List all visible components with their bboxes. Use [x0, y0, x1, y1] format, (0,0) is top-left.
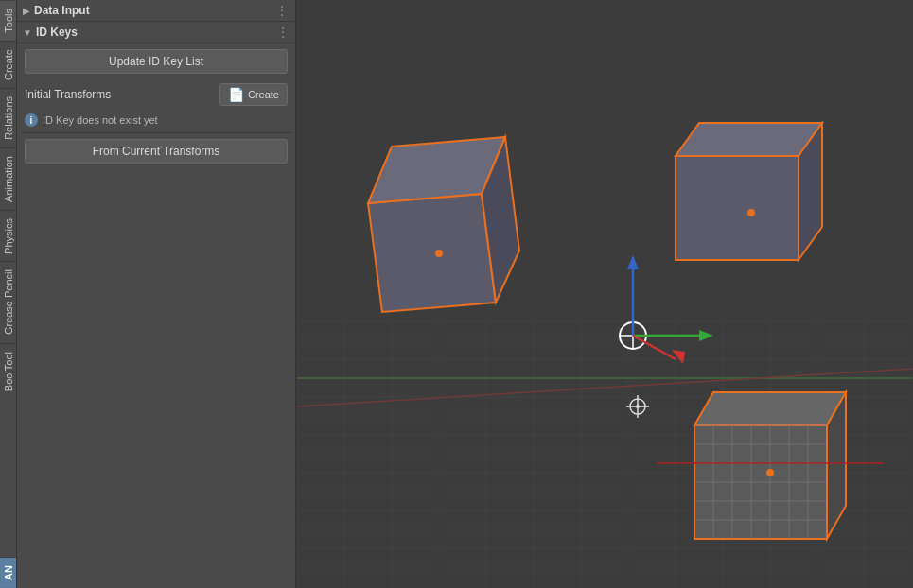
tab-tools[interactable]: Tools	[0, 0, 16, 41]
svg-marker-34	[676, 123, 822, 156]
viewport-svg	[296, 0, 913, 588]
svg-point-66	[636, 405, 640, 408]
sidebar-panel: ▶ Data Input ⋮ ▼ ID Keys ⋮ Update ID Key…	[17, 0, 296, 588]
tab-physics[interactable]: Physics	[0, 210, 16, 262]
create-label: Create	[248, 89, 279, 100]
id-keys-section-header[interactable]: ▼ ID Keys ⋮	[17, 22, 295, 43]
separator-divider	[21, 132, 291, 133]
tab-relations[interactable]: Relations	[0, 88, 16, 147]
id-keys-dots-icon: ⋮	[276, 25, 290, 40]
create-file-icon: 📄	[228, 87, 244, 102]
id-keys-collapse-icon: ▼	[23, 27, 32, 38]
id-key-info-text: ID Key does not exist yet	[43, 114, 158, 126]
tab-animation[interactable]: Animation	[0, 147, 16, 210]
id-key-info-row: i ID Key does not exist yet	[17, 110, 295, 132]
svg-marker-33	[676, 156, 799, 260]
viewport-3d[interactable]: User Persp	[296, 0, 913, 588]
svg-point-36	[747, 209, 755, 216]
data-input-collapse-icon: ▶	[23, 6, 30, 16]
id-keys-title: ID Keys	[36, 26, 276, 39]
from-current-transforms-button[interactable]: From Current Transforms	[25, 139, 288, 164]
svg-marker-29	[368, 194, 496, 312]
svg-marker-38	[694, 392, 846, 425]
tab-booltool[interactable]: BoolTool	[0, 343, 16, 399]
data-input-section-header[interactable]: ▶ Data Input ⋮	[17, 0, 295, 22]
svg-point-32	[435, 250, 443, 257]
initial-transforms-label: Initial Transforms	[25, 88, 219, 101]
data-input-title: Data Input	[34, 4, 275, 17]
info-icon: i	[25, 113, 38, 127]
data-input-dots-icon: ⋮	[275, 3, 290, 18]
tab-grease-pencil[interactable]: Grease Pencil	[0, 261, 16, 342]
tab-create[interactable]: Create	[0, 41, 16, 88]
svg-point-52	[766, 469, 774, 476]
vertical-tabs-panel: Tools Create Relations Animation Physics…	[0, 0, 17, 588]
create-button[interactable]: 📄 Create	[219, 83, 288, 106]
initial-transforms-row: Initial Transforms 📄 Create	[17, 79, 295, 110]
tab-an[interactable]: AN	[0, 557, 16, 588]
update-id-key-list-button[interactable]: Update ID Key List	[25, 49, 288, 74]
